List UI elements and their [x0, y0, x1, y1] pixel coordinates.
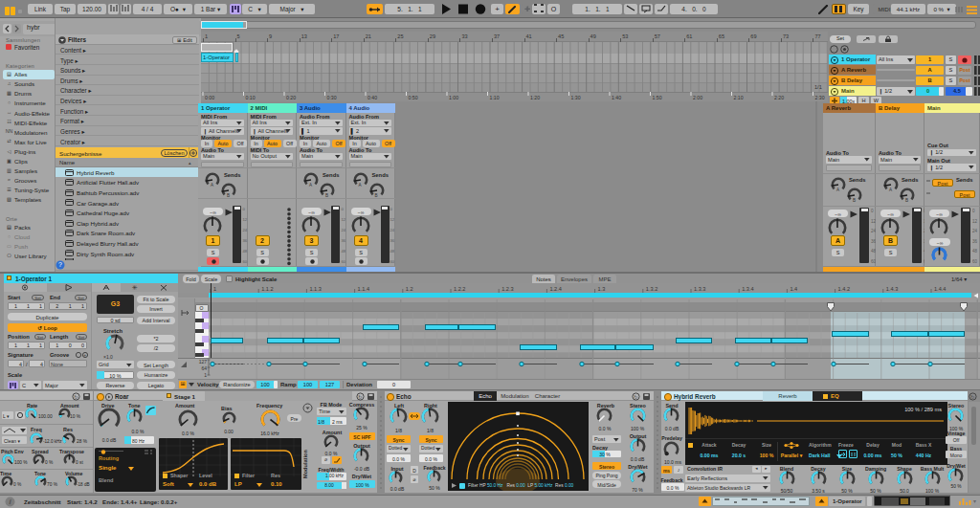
svg-text:1.3: 1.3	[598, 286, 606, 292]
svg-text:1.3.2: 1.3.2	[646, 286, 657, 292]
svg-text:↻: ↻	[970, 394, 974, 400]
svg-text:0: 0	[972, 209, 975, 213]
svg-text:1.2.3: 1.2.3	[501, 286, 513, 292]
svg-text:0: 0	[341, 207, 344, 211]
svg-text:1.2.4: 1.2.4	[549, 286, 561, 292]
svg-text:1:10: 1:10	[490, 95, 500, 100]
svg-text:2:30: 2:30	[815, 95, 825, 100]
svg-text:1: 1	[213, 286, 216, 292]
svg-text:0: 0	[242, 207, 245, 211]
svg-text:1.4.2: 1.4.2	[838, 286, 850, 292]
svg-text:12: 12	[972, 219, 978, 224]
svg-text:48: 48	[390, 249, 395, 254]
svg-text:0:10: 0:10	[246, 95, 256, 100]
svg-text:60: 60	[972, 259, 978, 264]
svg-text:100 % / 289 ms: 100 % / 289 ms	[904, 407, 942, 412]
svg-text:24: 24	[390, 228, 395, 232]
svg-text:1.4.4: 1.4.4	[934, 286, 946, 292]
svg-text:24: 24	[972, 229, 978, 233]
svg-text:2:00: 2:00	[693, 95, 702, 100]
svg-text:0: 0	[390, 207, 393, 211]
svg-text:60: 60	[390, 259, 395, 264]
svg-text:↻: ↻	[74, 394, 78, 400]
svg-text:0:40: 0:40	[368, 95, 377, 100]
svg-text:2:20: 2:20	[774, 95, 784, 100]
svg-text:1.4.3: 1.4.3	[886, 286, 898, 292]
svg-text:1:40: 1:40	[612, 95, 621, 100]
svg-text:0:50: 0:50	[409, 95, 418, 100]
svg-text:1.1.4: 1.1.4	[358, 286, 369, 292]
svg-text:1.4: 1.4	[790, 286, 797, 292]
svg-text:1.1.3: 1.1.3	[309, 286, 321, 292]
svg-text:✳: ✳	[132, 284, 138, 291]
svg-text:1:30: 1:30	[571, 95, 581, 100]
svg-text:1.2: 1.2	[406, 286, 413, 292]
svg-text:36: 36	[972, 239, 978, 244]
svg-text:↻: ↻	[634, 394, 637, 400]
svg-text:0:20: 0:20	[286, 95, 296, 100]
svg-text:1:50: 1:50	[653, 95, 662, 100]
svg-text:+: +	[83, 352, 86, 358]
svg-text:?: ?	[58, 261, 62, 268]
svg-text:1:00: 1:00	[449, 95, 458, 100]
svg-text:1.1.2: 1.1.2	[261, 286, 273, 292]
svg-text:0:00: 0:00	[205, 95, 214, 100]
svg-text:12: 12	[390, 217, 395, 222]
svg-text:1.3.3: 1.3.3	[694, 286, 705, 292]
svg-text:↻: ↻	[358, 394, 362, 400]
svg-text:36: 36	[390, 238, 395, 243]
svg-text:0: 0	[871, 209, 874, 213]
svg-text:0:30: 0:30	[327, 95, 337, 100]
svg-text:48: 48	[972, 249, 978, 254]
svg-text:1.3.4: 1.3.4	[742, 286, 753, 292]
svg-text:1.2.2: 1.2.2	[454, 286, 465, 292]
svg-text:2:10: 2:10	[734, 95, 744, 100]
svg-text:1:20: 1:20	[530, 95, 540, 100]
